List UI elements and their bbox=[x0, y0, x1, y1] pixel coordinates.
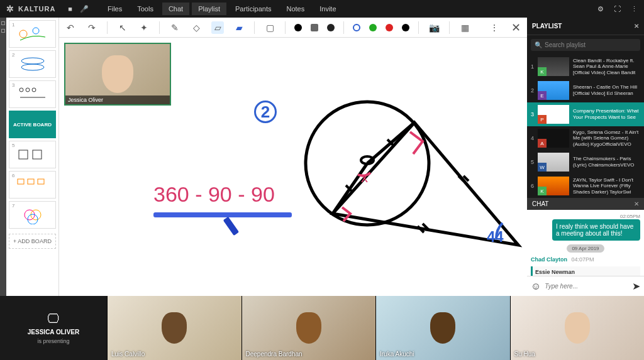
undo-icon[interactable]: ↶ bbox=[64, 21, 77, 34]
angle-44-label: 44 bbox=[487, 228, 504, 245]
svg-point-12 bbox=[25, 210, 35, 220]
chat-input[interactable] bbox=[545, 283, 628, 290]
color-red[interactable] bbox=[386, 24, 393, 31]
sparkle-icon[interactable]: ✦ bbox=[138, 21, 150, 34]
main-area: 1 2 3 ACTIVE BOARD 5 6 7 + ADD BOARD ↶ ↷… bbox=[0, 18, 644, 296]
svg-rect-7 bbox=[19, 150, 28, 159]
shape-icon[interactable]: ▢ bbox=[264, 21, 276, 34]
chat-quote: Essie Newman I realy think we should hav… bbox=[531, 266, 640, 276]
video-strip: 🖵 JESSICA OLIVER is presenting Luis Calv… bbox=[0, 296, 644, 360]
brand-text: KALTURA bbox=[18, 5, 55, 13]
pip-label: Jessica Oliver bbox=[65, 95, 170, 104]
board-thumb-7[interactable]: 7 bbox=[9, 201, 56, 229]
whiteboard-canvas[interactable]: Jessica Oliver 2 360 - 90 - 90 x bbox=[59, 38, 527, 296]
toolbar: ↶ ↷ ↖ ✦ ✎ ◇ ▱ ▰ ▢ 📷 ▦ ⋮ bbox=[59, 18, 527, 38]
rail-dot[interactable] bbox=[1, 21, 5, 25]
menu-participants[interactable]: Participants bbox=[229, 3, 277, 15]
geometry-drawing: x 44 bbox=[298, 82, 527, 270]
more-icon[interactable]: ⋮ bbox=[631, 5, 638, 13]
menu-chat[interactable]: Chat bbox=[162, 3, 189, 15]
search-icon: 🔍 bbox=[535, 41, 542, 48]
chat-user-row: Chad Clayton 04:07PM bbox=[531, 256, 640, 263]
svg-point-1 bbox=[33, 28, 39, 34]
svg-point-0 bbox=[19, 30, 27, 38]
board-thumb-active[interactable]: ACTIVE BOARD bbox=[9, 111, 56, 138]
pointer-icon[interactable]: ↖ bbox=[116, 21, 129, 34]
presenter-pip[interactable]: Jessica Oliver bbox=[64, 43, 171, 106]
circled-number: 2 bbox=[254, 101, 277, 123]
chat-sent-message: 02:05PM I realy think we should have a m… bbox=[552, 214, 640, 241]
brand-logo: ✲ KALTURA bbox=[6, 4, 55, 14]
playlist-item[interactable]: 6 K ZAYN, Taylor Swift - I Don't Wanna L… bbox=[527, 174, 644, 198]
board-thumb-1[interactable]: 1 bbox=[9, 20, 56, 48]
highlighter-icon[interactable]: ▱ bbox=[211, 21, 224, 34]
svg-point-6 bbox=[32, 88, 36, 92]
right-panel: PLAYLIST ✕ 🔍 Search playlist 1 K Clean B… bbox=[527, 18, 644, 296]
svg-point-4 bbox=[19, 88, 23, 92]
menu-tools[interactable]: Tools bbox=[131, 3, 160, 15]
board-thumb-2[interactable]: 2 bbox=[9, 50, 56, 78]
color-black2[interactable] bbox=[402, 24, 409, 31]
color-dark[interactable] bbox=[327, 24, 335, 31]
playlist-item[interactable]: 4 A Kygo, Selena Gomez - It Ain't Me (wi… bbox=[527, 126, 644, 150]
settings-icon[interactable]: ⚙ bbox=[597, 5, 604, 13]
camera-icon[interactable]: ■ bbox=[68, 5, 72, 13]
brand-sun-icon: ✲ bbox=[6, 4, 14, 14]
marker-icon[interactable]: ▰ bbox=[233, 21, 245, 34]
menu-invite[interactable]: Invite bbox=[313, 3, 342, 15]
top-menu: Files Tools Chat Playlist Participants N… bbox=[101, 3, 343, 15]
video-tile[interactable]: Luis Calvillo bbox=[107, 296, 242, 360]
video-tile[interactable]: Iruka Akuchi bbox=[375, 296, 510, 360]
svg-rect-9 bbox=[18, 179, 24, 184]
svg-point-14 bbox=[28, 214, 38, 224]
toolbar-close-icon[interactable]: ✕ bbox=[509, 21, 522, 34]
playlist-item-active[interactable]: 3 P Company Presentation: What Your Pros… bbox=[527, 102, 644, 126]
fullscreen-icon[interactable]: ⛶ bbox=[614, 5, 621, 13]
top-av-icons: ■ 🎤 bbox=[68, 5, 89, 13]
toolbar-more-icon[interactable]: ⋮ bbox=[488, 21, 501, 34]
playlist-item[interactable]: 2 E Sheeran - Castle On The Hill [Offici… bbox=[527, 79, 644, 102]
mic-icon[interactable]: 🎤 bbox=[80, 5, 89, 13]
left-rail bbox=[0, 18, 6, 296]
color-black[interactable] bbox=[294, 24, 302, 31]
chat-body[interactable]: 02:05PM I realy think we should have a m… bbox=[527, 210, 644, 276]
underline-mark bbox=[153, 212, 292, 217]
playlist-items: 1 K Clean Bandit - Rockabye ft. Sean Pau… bbox=[527, 55, 644, 198]
playlist-search[interactable]: 🔍 Search playlist bbox=[531, 39, 640, 51]
svg-rect-10 bbox=[28, 179, 34, 184]
emoji-icon[interactable]: ☺ bbox=[531, 281, 541, 292]
send-icon[interactable]: ➤ bbox=[632, 280, 640, 292]
playlist-close-icon[interactable]: ✕ bbox=[634, 23, 639, 30]
board-thumb-6[interactable]: 6 bbox=[9, 171, 56, 199]
playlist-item[interactable]: 5 W The Chainsmokers - Paris (Lyric) Cha… bbox=[527, 150, 644, 174]
playlist-item[interactable]: 1 K Clean Bandit - Rockabye ft. Sean Pau… bbox=[527, 55, 644, 79]
svg-point-2 bbox=[21, 58, 44, 64]
chat-input-row: ☺ ➤ bbox=[527, 276, 644, 296]
svg-point-5 bbox=[26, 88, 30, 92]
presenter-screen-icon: 🖵 bbox=[47, 312, 60, 326]
video-tile[interactable]: Su Hua bbox=[510, 296, 645, 360]
chat-close-icon[interactable]: ✕ bbox=[634, 200, 639, 207]
redo-icon[interactable]: ↷ bbox=[86, 21, 98, 34]
board-thumb-5[interactable]: 5 bbox=[9, 141, 56, 168]
presenter-card[interactable]: 🖵 JESSICA OLIVER is presenting bbox=[0, 296, 107, 360]
pencil-icon[interactable]: ✎ bbox=[169, 21, 181, 34]
menu-notes[interactable]: Notes bbox=[280, 3, 311, 15]
color-blue-ring[interactable] bbox=[353, 24, 360, 31]
board-thumbnails: 1 2 3 ACTIVE BOARD 5 6 7 + ADD BOARD bbox=[6, 18, 59, 296]
menu-playlist[interactable]: Playlist bbox=[192, 3, 226, 15]
menu-files[interactable]: Files bbox=[101, 3, 128, 15]
eraser-icon[interactable]: ◇ bbox=[190, 21, 203, 34]
svg-point-3 bbox=[21, 64, 44, 70]
grid-icon[interactable]: ▦ bbox=[458, 21, 471, 34]
board-thumb-3[interactable]: 3 bbox=[9, 80, 56, 108]
chat-date-pill: 09 Apr 2019 bbox=[567, 244, 604, 253]
rail-dot[interactable] bbox=[1, 29, 5, 33]
angle-x-label: x bbox=[361, 170, 368, 185]
video-tile[interactable]: Deependra Bardhan bbox=[242, 296, 376, 360]
top-bar: ✲ KALTURA ■ 🎤 Files Tools Chat Playlist … bbox=[0, 0, 644, 18]
camera-tool-icon[interactable]: 📷 bbox=[428, 21, 440, 34]
color-green[interactable] bbox=[369, 24, 377, 31]
color-gray[interactable] bbox=[311, 24, 318, 31]
add-board-button[interactable]: + ADD BOARD bbox=[9, 234, 56, 249]
